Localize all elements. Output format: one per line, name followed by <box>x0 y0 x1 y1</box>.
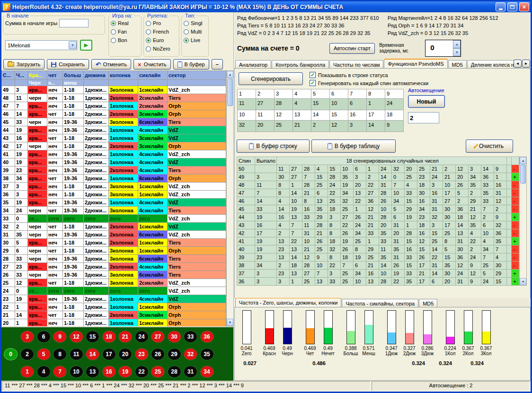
preset-combo[interactable]: 1Melonati ▼ <box>5 40 77 50</box>
spin-row[interactable]: 4019кра...неч19-362дюжи...1колонка4сикла… <box>2 158 226 166</box>
autoshift-input[interactable] <box>408 112 439 123</box>
board-number-1[interactable]: 1 <box>20 366 34 378</box>
numbers-column-header[interactable]: 18 сгенерированных случайных чисел <box>277 157 507 165</box>
generated-row[interactable]: 50112728415106124322025212123149- <box>237 165 519 173</box>
checkbox-auto-generate[interactable]: ✓ Генерировать на каждый спин автоматиче… <box>310 79 428 87</box>
start-sum-input[interactable] <box>59 19 89 27</box>
spin-row[interactable]: 3424чернчет19-362дюжи...3колонка4сиклайн… <box>2 207 226 215</box>
board-number-34[interactable]: 34 <box>200 366 214 378</box>
spin-row[interactable]: 2114кра...чет1-182дюжи...2колонка3сиклай… <box>2 311 226 319</box>
board-number-27[interactable]: 27 <box>151 331 165 343</box>
board-number-28[interactable]: 28 <box>168 366 181 378</box>
board-number-32[interactable]: 32 <box>184 348 197 360</box>
freq-tab-1[interactable]: Частота - сиклайны, сектора <box>342 299 418 307</box>
generated-row[interactable]: 383421828102276211426151731351292530- <box>237 262 519 270</box>
spin-row[interactable]: 4419кра...неч19-362дюжи...1колонка4сикла… <box>2 126 226 134</box>
spin-row[interactable]: 330ze...zerozerozerozerozeroVdZ_zch <box>2 215 226 223</box>
new-button[interactable]: Новый <box>408 95 445 108</box>
column-header[interactable]: колонка <box>109 71 138 80</box>
spinner-up-icon[interactable]: ▲ <box>453 40 461 48</box>
column-header[interactable]: больш <box>63 71 84 80</box>
spin-row[interactable]: 201кра...неч1-181дюжи...1колонка1сиклайн… <box>2 319 226 327</box>
generated-table-scrollbar[interactable]: ▲ ▼ <box>519 157 527 286</box>
board-number-18[interactable]: 18 <box>102 331 116 343</box>
board-number-29[interactable]: 29 <box>168 348 181 360</box>
tab-scroll-right-icon[interactable]: ► <box>522 60 530 68</box>
clear-button[interactable]: ×Очистить <box>133 59 170 70</box>
board-number-26[interactable]: 26 <box>151 348 165 360</box>
generated-row[interactable]: 392313141298181925353133262215362474- <box>237 253 519 262</box>
radio-option-multi[interactable]: Multi <box>184 28 206 35</box>
board-number-6[interactable]: 6 <box>37 331 51 343</box>
board-number-11[interactable]: 11 <box>70 348 83 360</box>
radio-option-bon[interactable]: Bon <box>111 36 139 44</box>
spin-row[interactable]: 3834кра...чет19-363дюжи...1колонка6сикла… <box>2 175 226 183</box>
spin-row[interactable]: 322чернчет1-181дюжи...2колонка1сиклайнVd… <box>2 223 226 231</box>
spin-row[interactable]: 3135черннеч19-363дюжи...2колонка6сиклайн… <box>2 231 226 239</box>
freq-tab-0[interactable]: Частота - Zero, шансы, дюжины, колонки <box>235 298 341 307</box>
tab-scroll-left-icon[interactable]: ◄ <box>514 60 522 68</box>
radio-option-fan[interactable]: Fan <box>111 28 139 35</box>
generated-row[interactable]: 401923132125322682911351615145302347- <box>237 245 519 253</box>
spin-row[interactable]: 4811черннеч1-181дюжи...2колонка2сиклайнT… <box>2 94 226 102</box>
radio-option-nozero[interactable]: NoZero <box>146 45 177 52</box>
main-tab-1[interactable]: Контроль банкролла <box>272 60 329 68</box>
board-number-12[interactable]: 12 <box>70 331 83 343</box>
column-header[interactable]: С... <box>2 71 15 80</box>
column-header[interactable]: чет <box>47 71 63 80</box>
spin-row[interactable]: 493кра...неч1-181дюжи...3колонка1сиклайн… <box>2 86 226 94</box>
generated-row[interactable]: 453314191635182511210529343130362172- <box>237 205 519 213</box>
scroll-track[interactable] <box>520 184 526 278</box>
minimize-button[interactable] <box>496 2 505 11</box>
board-number-33[interactable]: 33 <box>184 331 197 343</box>
scroll-up-icon[interactable]: ▲ <box>520 157 526 164</box>
close-button[interactable]: × <box>519 2 529 11</box>
spin-row[interactable]: 221кра...неч1-181дюжи...1колонка1сиклайн… <box>2 303 226 311</box>
board-number-10[interactable]: 10 <box>70 366 83 378</box>
generated-row[interactable]: 441916133329327262128619233230181229+ <box>237 213 519 221</box>
generated-row[interactable]: 4316471128822242120311183171435632- <box>237 221 519 229</box>
spin-row[interactable]: 477кра...неч1-181дюжи...1колонка2сиклайн… <box>2 102 226 110</box>
main-tab-0[interactable]: Анализатор <box>235 60 271 68</box>
board-number-13[interactable]: 13 <box>86 366 99 378</box>
board-number-23[interactable]: 23 <box>135 348 149 360</box>
main-tab-2[interactable]: Частоты по числам <box>329 60 383 68</box>
scroll-track[interactable] <box>227 106 233 319</box>
column-header[interactable]: дюжина <box>84 71 109 80</box>
board-number-22[interactable]: 22 <box>135 366 149 378</box>
board-number-31[interactable]: 31 <box>184 366 197 378</box>
spin-row[interactable]: 4119кра...неч19-362дюжи...1колонка4сикла… <box>2 150 226 158</box>
spin-row[interactable]: 2319кра...неч19-362дюжи...1колонка4сикла… <box>2 295 226 303</box>
board-number-20[interactable]: 20 <box>118 348 132 360</box>
radio-option-singl[interactable]: Singl <box>184 19 206 27</box>
board-number-17[interactable]: 17 <box>102 348 116 360</box>
generated-row[interactable]: 373231327732534161019332114302412529+ <box>237 270 519 278</box>
spin-row[interactable]: 2833черннеч19-363дюжи...3колонка6сиклайн… <box>2 255 226 263</box>
board-number-35[interactable]: 35 <box>200 348 214 360</box>
undo-button[interactable]: ↶Отменить <box>91 59 131 70</box>
save-button[interactable]: Сохранить <box>47 59 89 70</box>
generate-button[interactable]: Сгенерировать <box>239 72 303 85</box>
spin-row[interactable]: 4217черннеч1-182дюжи...2колонка3сиклайнO… <box>2 142 226 150</box>
column-header[interactable]: Кра... <box>28 71 47 80</box>
main-tab-5[interactable]: Деление колеса на <box>467 60 521 68</box>
board-number-7[interactable]: 7 <box>53 366 67 378</box>
spin-row[interactable]: 2723кра...неч19-362дюжи...2колонка4сикла… <box>2 263 226 271</box>
autospin-button[interactable]: Автоспин старт <box>329 43 375 54</box>
board-number-8[interactable]: 8 <box>53 348 67 360</box>
generated-row[interactable]: 36331251333251013282235176203192415+ <box>237 278 519 286</box>
board-number-25[interactable]: 25 <box>151 366 165 378</box>
scroll-down-icon[interactable]: ▼ <box>520 278 526 285</box>
spinner-down-icon[interactable]: ▼ <box>453 48 461 56</box>
checkbox-show-status[interactable]: ✓ Показывать в строке статуса <box>310 71 428 79</box>
board-number-36[interactable]: 36 <box>200 331 214 343</box>
left-table-scrollbar[interactable]: ▲ ▼ <box>226 70 233 326</box>
generated-row[interactable]: 421727312182634333520281615251341036- <box>237 229 519 237</box>
buffer-button[interactable]: В буфер <box>173 59 209 70</box>
board-number-5[interactable]: 5 <box>37 348 51 360</box>
clear-generated-button[interactable]: Очистить <box>466 140 513 153</box>
board-number-3[interactable]: 3 <box>20 331 34 343</box>
scroll-thumb[interactable] <box>520 165 526 183</box>
generated-row[interactable]: 47781421622341327281033301617523531- <box>237 189 519 197</box>
generated-row[interactable]: 48118128252419202231741831026353316- <box>237 181 519 189</box>
